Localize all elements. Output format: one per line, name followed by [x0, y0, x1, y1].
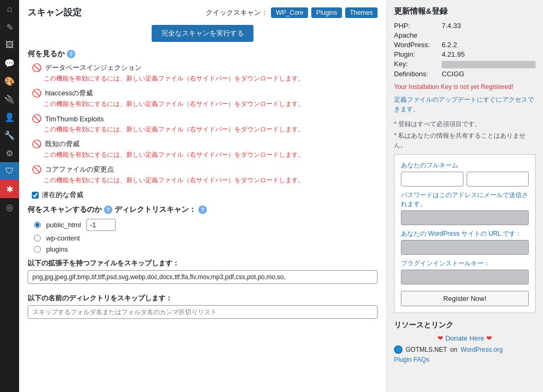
- feature-known-threats-note: この機能を有効にするには、新しい定義ファイル（右サイドバー）をダウンロードします…: [32, 150, 378, 159]
- wordpress-label: WordPress:: [394, 41, 442, 49]
- plugins-button[interactable]: Plugins: [311, 7, 341, 18]
- no-icon-db: 🚫: [32, 63, 42, 73]
- plugin-label: Plugin:: [394, 50, 442, 58]
- no-icon-timthumb: 🚫: [32, 114, 42, 123]
- fullname-last-input[interactable]: [467, 172, 529, 186]
- radio-wp-content-input[interactable]: [34, 235, 41, 242]
- skip-extensions-input[interactable]: [28, 270, 378, 284]
- skip-dirs-input[interactable]: [28, 305, 378, 319]
- radio-plugins: plugins: [34, 245, 378, 253]
- key-value-bar: [442, 61, 536, 68]
- feature-core-changes-title: 🚫 コアファイルの変更点: [32, 165, 378, 174]
- donate-row: ❤ Donate Here ❤: [394, 334, 536, 342]
- email-input[interactable]: [401, 210, 529, 225]
- php-row: PHP: 7.4.33: [394, 22, 536, 30]
- apache-row: Apache: [394, 31, 536, 39]
- what-to-scan-help-icon[interactable]: ?: [67, 50, 75, 58]
- plugins-icon[interactable]: 🔌: [0, 90, 19, 108]
- feature-timthumb-title: 🚫 TimThumb Exploits: [32, 114, 378, 123]
- fullname-first-input[interactable]: [401, 172, 463, 186]
- full-scan-button[interactable]: 完全なスキャンを実行する: [152, 25, 253, 42]
- users-icon[interactable]: 👤: [0, 108, 19, 126]
- posts-icon[interactable]: ✎: [0, 18, 19, 36]
- themes-button[interactable]: Themes: [345, 7, 378, 18]
- feature-timthumb-note: この機能を有効にするには、新しい定義ファイル（右サイドバー）をダウンロードします…: [32, 125, 378, 134]
- gotmls-on: on: [450, 346, 457, 353]
- feature-db-injection-title: 🚫 データベースインジェクション: [32, 63, 378, 73]
- fullname-label: あなたのフルネーム: [401, 161, 529, 170]
- dir-scan-help[interactable]: ?: [198, 206, 207, 214]
- radio-public-html: public_html: [34, 219, 378, 231]
- quick-scan-area: クイックスキャン： WP_Core Plugins Themes: [206, 7, 378, 18]
- heart-right-icon: ❤: [486, 334, 492, 342]
- sidebar: ⌂ ✎ 🖼 💬 🎨 🔌 👤 🔧 ⚙ 🛡 ✱ ◎: [0, 0, 19, 392]
- feature-core-changes-note: この機能を有効にするには、新しい定義ファイル（右サイドバー）をダウンロードします…: [32, 176, 378, 185]
- wordpress-value: 6.2.2: [442, 41, 457, 49]
- radio-wp-content-label: wp-content: [46, 234, 80, 242]
- resources-title: リソースとリンク: [394, 320, 536, 330]
- what-to-scan-title: 何を見るか ?: [28, 49, 378, 59]
- appearance-icon[interactable]: 🎨: [0, 72, 19, 90]
- skip-extensions-label: 以下の拡張子を持つファイルをスキップします：: [28, 259, 378, 268]
- feature-timthumb: 🚫 TimThumb Exploits この機能を有効にするには、新しい定義ファ…: [28, 114, 378, 134]
- dashboard-icon[interactable]: ⌂: [0, 0, 19, 18]
- feature-htaccess: 🚫 htaccessの脅威 この機能を有効にするには、新しい定義ファイル（右サイ…: [28, 88, 378, 109]
- definitions-value: CCIGG: [442, 70, 465, 78]
- key-row: Key:: [394, 60, 536, 68]
- wordpress-org-link[interactable]: WordPress.org: [460, 346, 503, 353]
- no-icon-known: 🚫: [32, 139, 42, 149]
- note2-text: * 私はあなたの情報を共有することはありません。: [394, 131, 536, 150]
- wp-core-button[interactable]: WP_Core: [271, 7, 308, 18]
- right-panel-title: 更新情報&登録: [394, 6, 536, 16]
- registration-form: あなたのフルネーム パスワードはこのアドレスにメールで送信されます。 あなたの …: [394, 154, 536, 313]
- feature-db-injection: 🚫 データベースインジェクション この機能を有効にするには、新しい定義ファイル（…: [28, 63, 378, 83]
- number-input[interactable]: [86, 219, 116, 231]
- resources-section: リソースとリンク ❤ Donate Here ❤ 🌐 GOTMLS.NET on…: [394, 320, 536, 363]
- antivirus-icon[interactable]: 🛡: [0, 162, 19, 180]
- globe-icon: 🌐: [394, 345, 402, 354]
- plugin-value: 4.21.95: [442, 50, 465, 58]
- extra-icon[interactable]: ✱: [0, 180, 19, 198]
- main-content: スキャン設定 クイックスキャン： WP_Core Plugins Themes …: [19, 0, 543, 392]
- register-now-button[interactable]: Register Now!: [401, 291, 529, 306]
- warning-text: Your Installation Key is not yet Registe…: [394, 83, 536, 91]
- plugin-key-label: プラグインインストールキー：: [401, 259, 529, 268]
- radio-public-html-input[interactable]: [34, 221, 41, 228]
- apache-label: Apache: [394, 31, 442, 39]
- what-to-scan-dir-title: 何をスキャンするのか ? ディレクトリスキャン： ?: [28, 205, 378, 215]
- feature-htaccess-note: この機能を有効にするには、新しい定義ファイル（右サイドバー）をダウンロードします…: [32, 100, 378, 109]
- page-title: スキャン設定: [28, 6, 82, 19]
- key-label: Key:: [394, 60, 442, 68]
- definitions-row: Definitions: CCIGG: [394, 70, 536, 78]
- extra2-icon[interactable]: ◎: [0, 198, 19, 216]
- feature-htaccess-title: 🚫 htaccessの脅威: [32, 88, 378, 98]
- donate-link[interactable]: Donate Here: [445, 334, 485, 342]
- plugin-faqs-link[interactable]: Plugin FAQs: [394, 356, 430, 363]
- tools-icon[interactable]: 🔧: [0, 126, 19, 144]
- gotmls-row: 🌐 GOTMLS.NET on WordPress.org: [394, 345, 536, 354]
- quick-scan-label: クイックスキャン：: [206, 8, 268, 17]
- what-to-scan-dir-help[interactable]: ?: [104, 206, 112, 214]
- directory-radio-group: public_html wp-content plugins: [28, 219, 378, 253]
- info-table: PHP: 7.4.33 Apache WordPress: 6.2.2 Plug…: [394, 22, 536, 78]
- scan-panel: スキャン設定 クイックスキャン： WP_Core Plugins Themes …: [19, 0, 387, 392]
- radio-plugins-input[interactable]: [34, 246, 41, 253]
- potential-threats-checkbox[interactable]: [32, 192, 39, 199]
- password-note: パスワードはこのアドレスにメールで送信されます。: [401, 191, 529, 209]
- plugin-row: Plugin: 4.21.95: [394, 50, 536, 58]
- feature-core-changes: 🚫 コアファイルの変更点 この機能を有効にするには、新しい定義ファイル（右サイド…: [28, 165, 378, 185]
- plugin-key-input[interactable]: [401, 270, 529, 284]
- no-icon-htaccess: 🚫: [32, 88, 42, 98]
- url-input[interactable]: [401, 240, 529, 255]
- settings-icon[interactable]: ⚙: [0, 144, 19, 162]
- comments-icon[interactable]: 💬: [0, 54, 19, 72]
- fullname-row: [401, 172, 529, 186]
- faqs-row: Plugin FAQs: [394, 356, 536, 363]
- potential-threats-label[interactable]: 潜在的な脅威: [42, 190, 83, 200]
- media-icon[interactable]: 🖼: [0, 36, 19, 54]
- definitions-label: Definitions:: [394, 70, 442, 78]
- url-label: あなたの WordPress サイトの URL です：: [401, 229, 529, 238]
- radio-wp-content: wp-content: [34, 234, 378, 242]
- php-label: PHP:: [394, 22, 442, 30]
- no-icon-core: 🚫: [32, 165, 42, 174]
